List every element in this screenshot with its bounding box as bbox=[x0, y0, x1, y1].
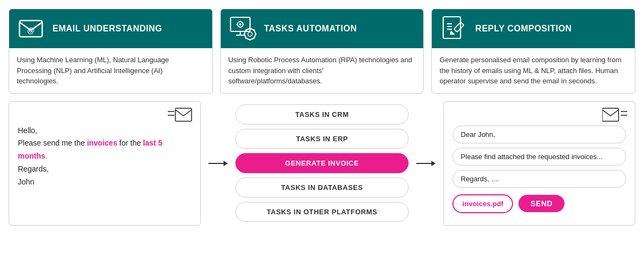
tasks-automation-body: Using Robotic Process Automation (RPA) t… bbox=[221, 48, 424, 93]
svg-point-6 bbox=[239, 23, 241, 25]
svg-text:@: @ bbox=[27, 26, 35, 35]
task-erp-button[interactable]: TASKS IN ERP bbox=[235, 129, 409, 149]
email-understanding-title: EMAIL UNDERSTANDING bbox=[52, 24, 162, 34]
arrow-left bbox=[208, 159, 228, 168]
reply-composition-card: REPLY COMPOSITION Generate personalised … bbox=[431, 9, 635, 94]
arrow-right bbox=[416, 159, 436, 168]
attachment-button[interactable]: invoices.pdf bbox=[452, 194, 513, 213]
svg-point-12 bbox=[248, 32, 252, 36]
reply-actions: invoices.pdf SEND bbox=[452, 194, 626, 213]
tasks-panel: TASKS IN CRM TASKS IN ERP GENERATE INVOI… bbox=[235, 104, 409, 222]
tasks-automation-icon bbox=[228, 15, 257, 43]
email-name: John bbox=[18, 176, 192, 189]
reply-composition-icon bbox=[439, 15, 468, 43]
svg-rect-33 bbox=[602, 108, 619, 121]
task-generate-invoice-button[interactable]: GENERATE INVOICE bbox=[235, 153, 409, 173]
email-understanding-icon: @ bbox=[17, 15, 45, 43]
reply-composition-title: REPLY COMPOSITION bbox=[475, 24, 571, 34]
email-content: Please send me the invoices for the last… bbox=[18, 137, 192, 163]
main-container: @ EMAIL UNDERSTANDING Using Machine Lear… bbox=[9, 9, 635, 226]
svg-marker-32 bbox=[431, 161, 436, 166]
reply-composition-header: REPLY COMPOSITION bbox=[432, 9, 635, 48]
svg-rect-22 bbox=[454, 22, 464, 32]
task-databases-button[interactable]: TASKS IN DATABASES bbox=[235, 178, 409, 198]
reply-email-icon bbox=[602, 107, 627, 124]
task-other-platforms-button[interactable]: TASKS IN OTHER PLATFORMS bbox=[235, 202, 409, 222]
email-understanding-header: @ EMAIL UNDERSTANDING bbox=[9, 9, 212, 48]
reply-panel: Dear John, Please find attached the requ… bbox=[443, 101, 635, 226]
email-body-text: Hello, Please send me the invoices for t… bbox=[18, 124, 192, 189]
svg-rect-21 bbox=[443, 17, 461, 38]
tasks-automation-header: TASKS AUTOMATION bbox=[221, 9, 424, 48]
task-crm-button[interactable]: TASKS IN CRM bbox=[235, 104, 409, 124]
email-greeting: Hello, bbox=[18, 124, 192, 137]
reply-composition-body: Generate personalised email composition … bbox=[432, 48, 635, 93]
svg-marker-30 bbox=[224, 161, 228, 166]
email-lines-icon bbox=[168, 107, 193, 124]
tasks-automation-card: TASKS AUTOMATION Using Robotic Process A… bbox=[220, 9, 424, 94]
tasks-automation-title: TASKS AUTOMATION bbox=[264, 24, 357, 34]
invoices-highlight: invoices bbox=[87, 139, 117, 147]
bottom-row: Hello, Please send me the invoices for t… bbox=[9, 101, 635, 226]
send-button[interactable]: SEND bbox=[518, 195, 564, 212]
email-understanding-card: @ EMAIL UNDERSTANDING Using Machine Lear… bbox=[9, 9, 213, 94]
reply-greeting-field: Dear John, bbox=[452, 126, 626, 143]
email-closing: Regards, bbox=[18, 163, 192, 176]
email-understanding-body: Using Machine Learning (ML), Natural Lan… bbox=[9, 48, 212, 93]
reply-content-field: Please find attached the requested invoi… bbox=[452, 148, 626, 166]
email-input-panel: Hello, Please send me the invoices for t… bbox=[9, 101, 201, 226]
svg-rect-28 bbox=[175, 108, 192, 121]
top-row: @ EMAIL UNDERSTANDING Using Machine Lear… bbox=[9, 9, 635, 94]
reply-closing-field: Regards, .... bbox=[452, 170, 626, 188]
reply-body: Dear John, Please find attached the requ… bbox=[452, 126, 626, 213]
